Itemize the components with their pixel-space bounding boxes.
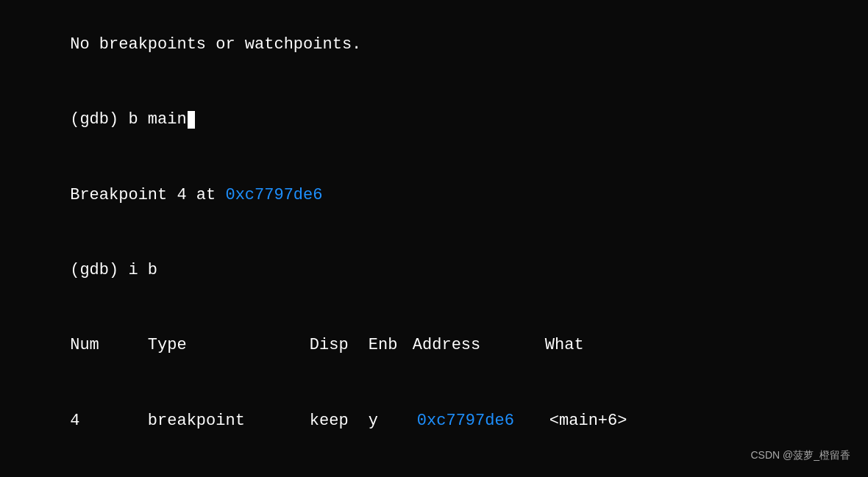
col-disp-1: Disp [310,333,369,358]
line-breakpoint-4: Breakpoint 4 at 0xc7797de6 [12,158,856,233]
table-header-1: Num Type Disp Enb Address What [12,308,856,383]
prompt-ib-1: (gdb) i b [70,261,157,279]
line-no-breakpoints: No breakpoints or watchpoints. [12,7,856,82]
row1-what: <main+6> [549,412,627,430]
line-b-main: (gdb) b main [12,82,856,157]
line-ib-1: (gdb) i b [12,233,856,308]
col-what-1: What [545,336,584,354]
line-disable-1: (gdb) disable 1 [12,459,856,477]
text-breakpoint-4-addr: 0xc7797de6 [225,186,322,204]
col-enb-1: Enb [369,333,413,358]
table-row-1: 4 breakpoint keep y 0xc7797de6 <main+6> [12,383,856,458]
text-breakpoint-4-prefix: Breakpoint 4 at [70,186,225,204]
row1-addr: 0xc7797de6 [417,409,549,434]
row1-disp: keep [310,409,369,434]
cursor-1 [188,111,195,129]
col-addr-1: Address [413,333,545,358]
terminal: No breakpoints or watchpoints. (gdb) b m… [12,7,856,470]
terminal-content: No breakpoints or watchpoints. (gdb) b m… [12,7,856,477]
watermark: CSDN @菠萝_橙留香 [750,448,850,464]
col-num-1: Num [70,333,148,358]
prompt-b-main: (gdb) b main [70,110,186,129]
row1-type: breakpoint [148,409,310,434]
text-no-breakpoints: No breakpoints or watchpoints. [70,35,361,54]
row1-enb: y [369,409,417,434]
col-type-1: Type [148,333,310,358]
row1-num: 4 [70,409,148,434]
